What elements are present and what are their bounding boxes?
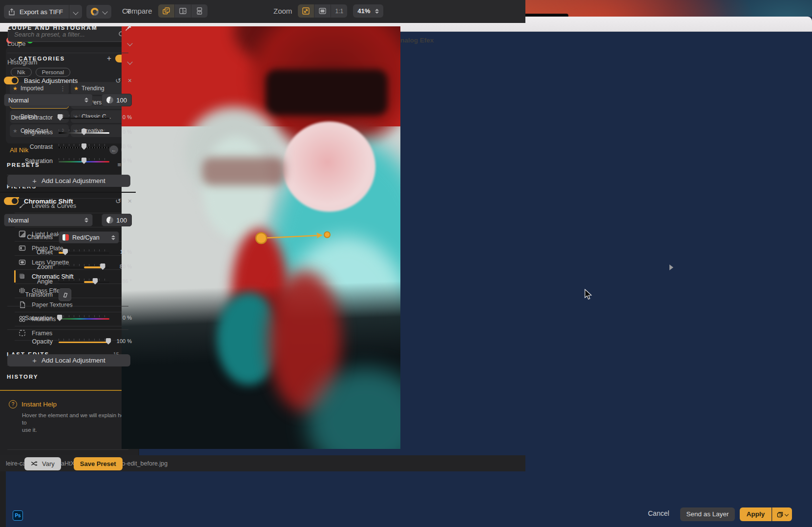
zoom-shift-track[interactable] (59, 267, 109, 268)
basic-adjustments-toggle[interactable] (4, 77, 19, 84)
slider-offset: Offset 11 % (4, 247, 132, 258)
color-wheel-button[interactable] (86, 5, 111, 19)
chromatic-add-local-adjustment-button[interactable]: + Add Local Adjustment (7, 354, 130, 366)
reset-icon[interactable]: ↺ (115, 77, 121, 84)
chromatic-blend-mode-select[interactable]: Normal (4, 214, 93, 226)
zoom-percent-stepper[interactable]: 41% (353, 4, 383, 18)
slider-detail-extractor: Detail Extractor 0 % (4, 113, 132, 123)
zoom-fill-button[interactable] (314, 4, 331, 18)
reset-icon[interactable]: ↺ (115, 197, 121, 205)
slider-handle[interactable] (100, 264, 105, 270)
slider-handle[interactable] (57, 315, 62, 321)
chromatic-blend-row: Normal 100 (4, 214, 132, 226)
chevron-down-icon (784, 512, 788, 516)
section-divider (0, 192, 136, 193)
slider-brightness: Brightness 0 % (4, 127, 132, 138)
export-button[interactable]: Export as TIFF (4, 5, 82, 19)
slider-saturation-basic: Saturation 0 % (4, 156, 132, 167)
collapse-right-panel-icon[interactable] (669, 264, 673, 270)
history-header-row[interactable]: HISTORY (7, 374, 130, 380)
layers-plus-icon (777, 511, 783, 518)
compare-overlay-button[interactable] (158, 4, 175, 18)
divider (7, 306, 128, 306)
histogram-label: Histogram (7, 59, 38, 66)
chromatic-saturation-track[interactable] (59, 318, 109, 320)
compare-split-button[interactable] (175, 4, 191, 18)
red-cyan-swatch-icon (62, 234, 69, 241)
slider-handle[interactable] (62, 249, 68, 255)
slider-handle[interactable] (82, 129, 87, 135)
compare-stacked-button[interactable] (191, 4, 208, 18)
zoom-mode-group: 1:1 (298, 4, 347, 18)
offset-track[interactable] (59, 252, 109, 254)
shuffle-icon (31, 461, 38, 466)
transform-button[interactable] (59, 288, 71, 301)
stepper-arrows-icon (111, 235, 115, 240)
chromatic-opacity-chip[interactable]: 100 (102, 214, 132, 226)
frames-icon (19, 329, 26, 337)
pin-icon[interactable] (125, 24, 132, 31)
slider-handle[interactable] (82, 143, 87, 150)
help-icon: ? (9, 400, 17, 408)
save-preset-button[interactable]: Save Preset (74, 457, 123, 470)
slider-handle[interactable] (82, 158, 87, 164)
zoom-1to1-button[interactable]: 1:1 (331, 4, 347, 18)
chevron-down-icon (127, 59, 132, 64)
export-row: Export as TIFF (4, 5, 132, 19)
stepper-arrows-icon (84, 98, 88, 102)
basic-add-local-adjustment-button[interactable]: + Add Local Adjustment (7, 175, 130, 187)
history-header: HISTORY (7, 374, 38, 380)
contrast-track[interactable] (59, 147, 109, 148)
slider-handle[interactable] (92, 278, 98, 284)
vary-button[interactable]: Vary (24, 457, 61, 470)
basic-blend-row: Normal 100 (4, 94, 132, 106)
chevron-down-icon (127, 41, 132, 46)
basic-blend-mode-select[interactable]: Normal (4, 94, 93, 106)
preset-footer-row: Vary Save Preset (24, 457, 132, 470)
opacity-track[interactable] (59, 342, 109, 343)
photo-bubblegum (283, 122, 375, 212)
plus-icon: + (32, 177, 37, 185)
slider-opacity: Opacity 100 % (4, 337, 132, 347)
cancel-button[interactable]: Cancel (648, 509, 669, 517)
chromatic-shift-title: Chromatic Shift (24, 198, 73, 205)
stepper-arrows-icon[interactable] (375, 9, 379, 14)
opacity-icon (106, 97, 113, 103)
photoshop-badge: Ps (13, 510, 23, 521)
instant-help-body-1: Hover the element and we will explain ho… (22, 412, 129, 426)
export-label: Export as TIFF (20, 8, 69, 16)
edited-photo[interactable] (122, 26, 400, 449)
apply-options-button[interactable] (772, 507, 792, 521)
channels-row: Channels Red/Cyan (4, 231, 132, 243)
slider-angle: Angle 86 ° (4, 277, 132, 287)
divider (7, 329, 128, 330)
chevron-down-icon (102, 9, 107, 14)
opacity-icon (106, 217, 113, 223)
zoom-fit-button[interactable] (298, 4, 314, 18)
basic-opacity-chip[interactable]: 100 (102, 94, 132, 106)
export-options-chevron[interactable] (69, 7, 82, 16)
slider-saturation-chromatic: Saturation 0 % (4, 313, 132, 324)
instant-help-title: Instant Help (21, 401, 57, 408)
saturation-track[interactable] (59, 161, 109, 162)
zoom-percent-value: 41% (357, 7, 370, 15)
apply-button[interactable]: Apply (740, 507, 771, 521)
stepper-arrows-icon (84, 218, 88, 223)
basic-adjustments-header: Basic Adjustments ↺ × (4, 74, 132, 87)
detail-extractor-track[interactable] (59, 118, 109, 119)
angle-track[interactable] (59, 282, 109, 283)
compare-mode-group (158, 4, 208, 18)
channels-select[interactable]: Red/Cyan (59, 231, 119, 243)
send-as-layer-button[interactable]: Send as Layer (680, 507, 735, 521)
remove-filter-icon[interactable]: × (128, 77, 132, 84)
loupe-histogram-header: LOUPE AND HISTOGRAM (7, 24, 98, 31)
transform-row: Transform (4, 288, 132, 301)
chromatic-shift-toggle[interactable] (4, 197, 19, 205)
histogram-row[interactable]: Histogram (7, 56, 132, 68)
share-icon (4, 8, 20, 16)
remove-filter-icon[interactable]: × (128, 197, 132, 205)
collapse-all-icon[interactable] (125, 9, 132, 15)
loupe-row[interactable]: Loupe (7, 37, 132, 50)
brightness-track[interactable] (59, 132, 109, 134)
slider-handle[interactable] (58, 114, 63, 121)
